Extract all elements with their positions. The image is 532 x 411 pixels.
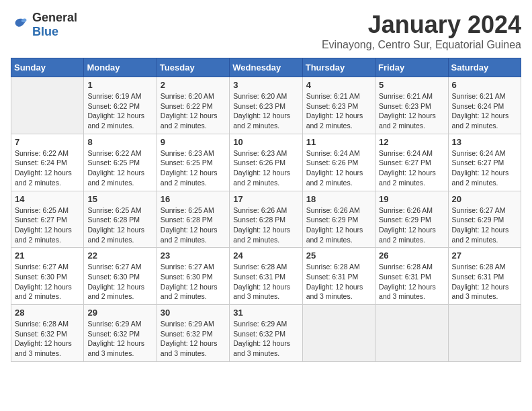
calendar-cell [375,305,448,362]
calendar-cell: 7Sunrise: 6:22 AM Sunset: 6:24 PM Daylig… [11,134,84,191]
calendar-cell: 18Sunrise: 6:26 AM Sunset: 6:29 PM Dayli… [302,191,375,248]
day-number: 21 [15,250,80,261]
weekday-header-monday: Monday [84,58,157,77]
day-number: 19 [379,194,444,204]
day-info: Sunrise: 6:23 AM Sunset: 6:25 PM Dayligh… [161,148,226,188]
calendar-cell: 13Sunrise: 6:24 AM Sunset: 6:27 PM Dayli… [448,134,521,191]
calendar-cell: 20Sunrise: 6:27 AM Sunset: 6:29 PM Dayli… [448,191,521,248]
calendar-cell: 19Sunrise: 6:26 AM Sunset: 6:29 PM Dayli… [375,191,448,248]
day-number: 12 [379,137,444,147]
calendar-cell: 26Sunrise: 6:28 AM Sunset: 6:31 PM Dayli… [375,248,448,305]
day-info: Sunrise: 6:26 AM Sunset: 6:29 PM Dayligh… [306,205,371,245]
day-info: Sunrise: 6:27 AM Sunset: 6:30 PM Dayligh… [161,262,226,302]
weekday-header-friday: Friday [375,58,448,77]
calendar-cell: 11Sunrise: 6:24 AM Sunset: 6:26 PM Dayli… [302,134,375,191]
day-number: 28 [15,308,80,318]
calendar-week-3: 21Sunrise: 6:27 AM Sunset: 6:30 PM Dayli… [11,248,521,305]
calendar-cell [448,305,521,362]
day-info: Sunrise: 6:28 AM Sunset: 6:31 PM Dayligh… [452,262,517,302]
calendar-subtitle: Evinayong, Centro Sur, Equatorial Guinea [322,39,521,51]
day-info: Sunrise: 6:24 AM Sunset: 6:27 PM Dayligh… [452,148,517,188]
day-number: 29 [87,308,152,318]
day-info: Sunrise: 6:20 AM Sunset: 6:22 PM Dayligh… [161,91,226,131]
calendar-cell: 5Sunrise: 6:21 AM Sunset: 6:23 PM Daylig… [375,77,448,134]
day-number: 7 [15,137,80,147]
logo: General Blue [11,11,77,39]
day-info: Sunrise: 6:28 AM Sunset: 6:31 PM Dayligh… [306,262,371,302]
calendar-cell: 29Sunrise: 6:29 AM Sunset: 6:32 PM Dayli… [84,305,157,362]
calendar-cell: 15Sunrise: 6:25 AM Sunset: 6:28 PM Dayli… [84,191,157,248]
calendar-body: 1Sunrise: 6:19 AM Sunset: 6:22 PM Daylig… [11,77,521,362]
day-number: 2 [161,80,226,90]
day-number: 17 [233,194,298,204]
day-info: Sunrise: 6:23 AM Sunset: 6:26 PM Dayligh… [233,148,298,188]
day-number: 27 [452,250,517,261]
calendar-cell: 12Sunrise: 6:24 AM Sunset: 6:27 PM Dayli… [375,134,448,191]
calendar-cell: 14Sunrise: 6:25 AM Sunset: 6:27 PM Dayli… [11,191,84,248]
weekday-header-saturday: Saturday [448,58,521,77]
day-info: Sunrise: 6:26 AM Sunset: 6:29 PM Dayligh… [379,205,444,245]
day-number: 15 [87,194,152,204]
day-info: Sunrise: 6:19 AM Sunset: 6:22 PM Dayligh… [87,91,152,131]
day-number: 5 [379,80,444,90]
day-number: 24 [233,250,298,261]
calendar-cell: 17Sunrise: 6:26 AM Sunset: 6:28 PM Dayli… [230,191,302,248]
calendar-cell: 4Sunrise: 6:21 AM Sunset: 6:23 PM Daylig… [302,77,375,134]
calendar-cell: 1Sunrise: 6:19 AM Sunset: 6:22 PM Daylig… [84,77,157,134]
calendar-week-4: 28Sunrise: 6:28 AM Sunset: 6:32 PM Dayli… [11,305,521,362]
calendar-cell: 2Sunrise: 6:20 AM Sunset: 6:22 PM Daylig… [157,77,229,134]
day-info: Sunrise: 6:28 AM Sunset: 6:31 PM Dayligh… [233,262,298,302]
day-info: Sunrise: 6:29 AM Sunset: 6:32 PM Dayligh… [233,319,298,359]
weekday-header-wednesday: Wednesday [230,58,302,77]
day-number: 22 [87,250,152,261]
calendar-cell: 22Sunrise: 6:27 AM Sunset: 6:30 PM Dayli… [84,248,157,305]
logo-text: General Blue [32,11,77,39]
day-number: 3 [233,80,298,90]
day-number: 31 [233,308,298,318]
calendar-cell: 27Sunrise: 6:28 AM Sunset: 6:31 PM Dayli… [448,248,521,305]
logo-bird-icon [11,15,30,34]
day-info: Sunrise: 6:27 AM Sunset: 6:29 PM Dayligh… [452,205,517,245]
weekday-header-row: SundayMondayTuesdayWednesdayThursdayFrid… [11,58,521,77]
calendar-cell: 28Sunrise: 6:28 AM Sunset: 6:32 PM Dayli… [11,305,84,362]
day-info: Sunrise: 6:26 AM Sunset: 6:28 PM Dayligh… [233,205,298,245]
calendar-week-0: 1Sunrise: 6:19 AM Sunset: 6:22 PM Daylig… [11,77,521,134]
title-area: January 2024 Evinayong, Centro Sur, Equa… [322,11,521,51]
calendar-title: January 2024 [322,11,521,39]
calendar-cell: 9Sunrise: 6:23 AM Sunset: 6:25 PM Daylig… [157,134,229,191]
day-number: 23 [161,250,226,261]
calendar-cell: 6Sunrise: 6:21 AM Sunset: 6:24 PM Daylig… [448,77,521,134]
day-number: 13 [452,137,517,147]
day-info: Sunrise: 6:20 AM Sunset: 6:23 PM Dayligh… [233,91,298,131]
day-number: 9 [161,137,226,147]
day-number: 11 [306,137,371,147]
day-info: Sunrise: 6:24 AM Sunset: 6:27 PM Dayligh… [379,148,444,188]
day-number: 4 [306,80,371,90]
day-info: Sunrise: 6:25 AM Sunset: 6:28 PM Dayligh… [87,205,152,245]
header: General Blue January 2024 Evinayong, Cen… [11,11,521,51]
weekday-header-tuesday: Tuesday [157,58,229,77]
day-info: Sunrise: 6:21 AM Sunset: 6:23 PM Dayligh… [306,91,371,131]
logo-blue: Blue [32,25,58,38]
calendar-cell [302,305,375,362]
calendar-cell: 31Sunrise: 6:29 AM Sunset: 6:32 PM Dayli… [230,305,302,362]
calendar-cell: 16Sunrise: 6:25 AM Sunset: 6:28 PM Dayli… [157,191,229,248]
day-info: Sunrise: 6:27 AM Sunset: 6:30 PM Dayligh… [87,262,152,302]
calendar-cell: 10Sunrise: 6:23 AM Sunset: 6:26 PM Dayli… [230,134,302,191]
day-info: Sunrise: 6:22 AM Sunset: 6:25 PM Dayligh… [87,148,152,188]
day-number: 25 [306,250,371,261]
calendar-cell: 30Sunrise: 6:29 AM Sunset: 6:32 PM Dayli… [157,305,229,362]
day-number: 14 [15,194,80,204]
calendar-cell: 3Sunrise: 6:20 AM Sunset: 6:23 PM Daylig… [230,77,302,134]
calendar-week-1: 7Sunrise: 6:22 AM Sunset: 6:24 PM Daylig… [11,134,521,191]
calendar-cell: 24Sunrise: 6:28 AM Sunset: 6:31 PM Dayli… [230,248,302,305]
day-info: Sunrise: 6:27 AM Sunset: 6:30 PM Dayligh… [15,262,80,302]
day-number: 16 [161,194,226,204]
weekday-header-thursday: Thursday [302,58,375,77]
day-number: 8 [87,137,152,147]
day-number: 6 [452,80,517,90]
day-number: 10 [233,137,298,147]
day-info: Sunrise: 6:21 AM Sunset: 6:23 PM Dayligh… [379,91,444,131]
day-number: 30 [161,308,226,318]
calendar-table: SundayMondayTuesdayWednesdayThursdayFrid… [11,58,521,362]
